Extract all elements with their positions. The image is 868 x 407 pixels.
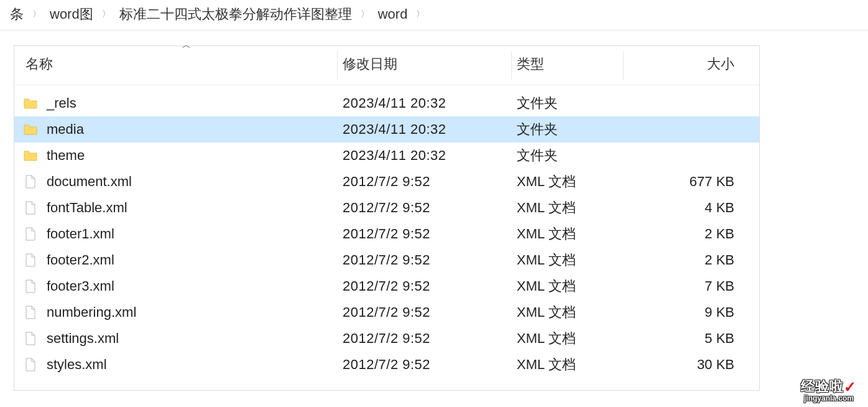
cell-name: _rels	[14, 95, 338, 111]
breadcrumb: 条 〉 word图 〉 标准二十四式太极拳分解动作详图整理 〉 word 〉	[0, 0, 868, 30]
table-row[interactable]: document.xml2012/7/2 9:52XML 文档677 KB	[14, 169, 759, 195]
file-icon	[23, 174, 38, 189]
cell-date: 2023/4/11 20:32	[338, 95, 512, 111]
cell-name: footer1.xml	[14, 226, 338, 242]
cell-type: XML 文档	[512, 172, 624, 191]
cell-date: 2012/7/2 9:52	[338, 278, 512, 294]
watermark-url: jingyanla.com	[801, 395, 857, 402]
breadcrumb-item[interactable]: 条	[6, 5, 27, 24]
cell-name: theme	[14, 147, 338, 164]
file-icon	[23, 253, 38, 268]
column-header-size[interactable]: 大小	[624, 55, 742, 73]
file-list-panel: ︿ 名称 修改日期 类型 大小 _rels2023/4/11 20:32文件夹m…	[14, 45, 760, 391]
file-icon	[23, 331, 38, 346]
cell-name: settings.xml	[14, 330, 338, 347]
cell-type: XML 文档	[512, 303, 624, 322]
cell-date: 2012/7/2 9:52	[338, 357, 512, 373]
cell-date: 2012/7/2 9:52	[338, 304, 512, 320]
cell-size: 677 KB	[624, 174, 742, 190]
file-name: settings.xml	[47, 330, 119, 347]
cell-type: XML 文档	[512, 251, 624, 269]
cell-date: 2023/4/11 20:32	[338, 121, 512, 138]
table-row[interactable]: styles.xml2012/7/2 9:52XML 文档30 KB	[14, 352, 759, 378]
cell-name: document.xml	[14, 174, 338, 190]
file-icon	[23, 279, 38, 294]
file-name: document.xml	[47, 174, 132, 190]
file-name: _rels	[47, 95, 76, 111]
cell-type: XML 文档	[512, 277, 624, 296]
file-name: theme	[47, 147, 85, 164]
sort-ascending-icon: ︿	[182, 40, 191, 51]
file-name: styles.xml	[47, 357, 107, 373]
cell-type: 文件夹	[512, 94, 624, 113]
cell-date: 2012/7/2 9:52	[338, 174, 512, 190]
table-row[interactable]: footer3.xml2012/7/2 9:52XML 文档7 KB	[14, 273, 759, 299]
folder-icon	[23, 96, 38, 111]
cell-type: XML 文档	[512, 199, 624, 217]
chevron-right-icon: 〉	[356, 9, 374, 20]
cell-date: 2012/7/2 9:52	[338, 200, 512, 216]
cell-name: footer3.xml	[14, 278, 338, 294]
chevron-right-icon: 〉	[27, 9, 46, 20]
column-header-date[interactable]: 修改日期	[338, 55, 512, 73]
table-row[interactable]: _rels2023/4/11 20:32文件夹	[14, 90, 759, 116]
file-icon	[23, 305, 38, 320]
watermark-title: 经验啦	[801, 378, 844, 394]
file-name: footer1.xml	[47, 226, 114, 242]
file-rows: _rels2023/4/11 20:32文件夹media2023/4/11 20…	[14, 85, 759, 390]
folder-icon	[23, 148, 38, 163]
table-row[interactable]: theme2023/4/11 20:32文件夹	[14, 143, 759, 169]
file-icon	[23, 227, 38, 241]
cell-name: media	[14, 121, 338, 138]
file-icon	[23, 357, 38, 372]
chevron-right-icon: 〉	[97, 9, 116, 20]
cell-size: 9 KB	[624, 304, 742, 320]
table-row[interactable]: footer2.xml2012/7/2 9:52XML 文档2 KB	[14, 247, 759, 273]
checkmark-icon: ✓	[844, 380, 857, 395]
file-name: footer3.xml	[47, 278, 114, 294]
cell-size: 2 KB	[624, 226, 742, 242]
cell-size: 30 KB	[624, 357, 742, 373]
breadcrumb-item[interactable]: word	[374, 6, 412, 22]
cell-type: XML 文档	[512, 329, 624, 348]
cell-size: 4 KB	[624, 200, 742, 216]
file-name: media	[47, 121, 84, 138]
cell-type: XML 文档	[512, 355, 624, 374]
column-headers: ︿ 名称 修改日期 类型 大小	[14, 46, 759, 85]
file-name: numbering.xml	[47, 304, 136, 320]
breadcrumb-item[interactable]: 标准二十四式太极拳分解动作详图整理	[116, 5, 356, 24]
table-row[interactable]: numbering.xml2012/7/2 9:52XML 文档9 KB	[14, 299, 759, 325]
cell-size: 2 KB	[624, 252, 742, 268]
cell-name: fontTable.xml	[14, 200, 338, 216]
table-row[interactable]: media2023/4/11 20:32文件夹	[14, 116, 759, 143]
folder-icon	[23, 122, 38, 137]
file-icon	[23, 200, 38, 215]
chevron-right-icon: 〉	[411, 9, 430, 20]
column-header-type[interactable]: 类型	[512, 55, 624, 73]
cell-date: 2012/7/2 9:52	[338, 252, 512, 268]
breadcrumb-item[interactable]: word图	[46, 5, 97, 24]
table-row[interactable]: settings.xml2012/7/2 9:52XML 文档5 KB	[14, 325, 759, 352]
cell-size: 7 KB	[624, 278, 742, 294]
cell-date: 2023/4/11 20:32	[338, 147, 512, 164]
table-row[interactable]: fontTable.xml2012/7/2 9:52XML 文档4 KB	[14, 195, 759, 221]
cell-type: XML 文档	[512, 225, 624, 243]
cell-type: 文件夹	[512, 120, 624, 139]
table-row[interactable]: footer1.xml2012/7/2 9:52XML 文档2 KB	[14, 221, 759, 247]
cell-date: 2012/7/2 9:52	[338, 226, 512, 242]
cell-name: numbering.xml	[14, 304, 338, 320]
cell-date: 2012/7/2 9:52	[338, 330, 512, 347]
file-name: fontTable.xml	[47, 200, 127, 216]
cell-name: styles.xml	[14, 357, 338, 373]
file-name: footer2.xml	[47, 252, 114, 268]
cell-name: footer2.xml	[14, 252, 338, 268]
watermark: 经验啦✓ jingyanla.com	[801, 380, 857, 402]
cell-type: 文件夹	[512, 146, 624, 165]
cell-size: 5 KB	[624, 330, 742, 347]
column-header-name[interactable]: 名称	[14, 55, 338, 73]
